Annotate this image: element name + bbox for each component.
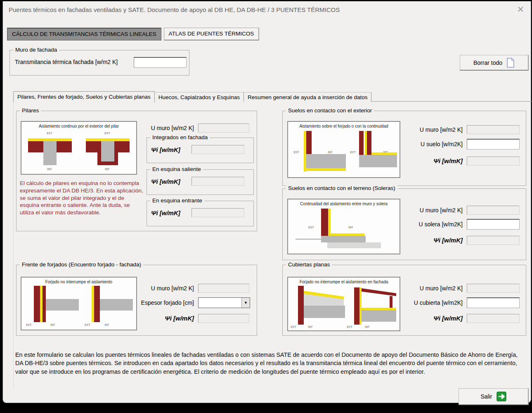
integrados-psi-output (192, 145, 244, 154)
svg-text:INT: INT (348, 226, 353, 229)
window-title: Puentes térmicos en fachadas ventiladas … (9, 6, 340, 13)
group-suelos-exterior: Suelos en contacto con el exterior Aisla… (282, 111, 526, 186)
frente-forjados-diagram-drawing: EXT INT EXT INT (21, 284, 136, 328)
group-soleras-legend: Suelos en contacto con el terreno (Soler… (286, 185, 397, 191)
svg-text:INT: INT (50, 323, 55, 326)
tab-atlas-puentes[interactable]: ATLAS DE PUENTES TÉRMICOS (164, 28, 260, 40)
u-solera-input[interactable] (467, 219, 520, 230)
cubiertas-u-muro-label: U muro [w/m2 K] (397, 285, 463, 292)
subgroup-saliente-legend: En esquina saliente (150, 166, 203, 172)
entrante-psi-label: Ψi [w/mK] (151, 209, 188, 216)
new-document-icon (506, 58, 515, 68)
pilares-u-muro-label: U muro [w/m2 K] (140, 125, 194, 131)
espesor-dropdown-button[interactable]: ▼ (241, 298, 250, 308)
pilares-diagram-title: Aislamiento continuo por el exterior del… (21, 122, 136, 128)
app-window: Puentes térmicos en fachadas ventiladas … (2, 1, 531, 403)
tab-pilares-forjados-suelos[interactable]: Pilares, Frentes de forjado, Suelos y Cu… (13, 91, 155, 102)
group-pilares-legend: Pilares (20, 107, 41, 114)
group-pilares: Pilares Aislamiento continuo por el exte… (16, 111, 257, 231)
svg-text:EXT: EXT (308, 226, 314, 229)
cubiertas-psi-output (467, 314, 520, 323)
svg-text:EXT: EXT (47, 132, 52, 135)
suelos-exterior-psi-output (467, 157, 520, 166)
tab-huecos-capialzados[interactable]: Huecos, Capialzados y Esquinas (155, 92, 244, 102)
svg-text:EXT: EXT (85, 323, 90, 326)
pilares-u-muro-output (198, 123, 249, 133)
pilares-diagram: Aislamiento continuo por el exterior del… (21, 121, 137, 175)
svg-text:EXT: EXT (104, 132, 110, 135)
espesor-forjado-value[interactable] (199, 298, 241, 308)
saliente-psi-output (192, 177, 244, 186)
salir-label: Salir (480, 393, 492, 400)
main-tab-bar: CÁLCULO DE TRANSMITANCIAS TÉRMICAS LINEA… (7, 28, 259, 40)
u-suelo-input[interactable] (467, 139, 520, 150)
svg-text:EXT: EXT (293, 151, 299, 154)
soleras-u-muro-label: U muro [w/m2 K] (397, 207, 463, 214)
soleras-diagram: Continuidad del aislamiento entre muro y… (287, 199, 400, 254)
salir-button[interactable]: Salir (459, 388, 529, 405)
borrar-todo-button[interactable]: Borrar todo (460, 55, 529, 71)
subgroup-integrados-legend: Integrados en fachada (150, 134, 210, 140)
u-cubierta-label: U cubierta [w/m2K] (397, 299, 463, 306)
frente-u-muro-output (198, 284, 249, 293)
suelos-exterior-u-muro-label: U muro [w/m2 K] (397, 126, 463, 133)
suelos-exterior-diagram-title: Aislamiento sobre el forjado o con la co… (288, 122, 400, 128)
saliente-psi-label: Ψi [w/mK] (151, 178, 188, 185)
group-cubiertas-planas: Cubiertas planas Forjado no interrumpe e… (282, 265, 526, 336)
transmitancia-fachada-label: Transmitancia térmica fachada [w/m2 K] (15, 59, 131, 65)
svg-text:INT: INT (365, 325, 370, 328)
u-solera-label: U solera [w/m2K] (397, 221, 463, 228)
u-suelo-label: U suelo [w/m2K] (397, 141, 463, 147)
svg-text:INT: INT (105, 168, 110, 171)
exit-arrow-icon (497, 392, 506, 401)
footer-help-text: En este formulario se calculan los puent… (15, 351, 525, 376)
subgroup-entrante-legend: En esquina entrante (150, 197, 204, 204)
svg-text:EXT: EXT (350, 151, 356, 154)
group-suelos-exterior-legend: Suelos en contacto con el exterior (286, 107, 374, 114)
entrante-psi-output (192, 208, 244, 217)
frente-u-muro-label: U muro [w/m2 K] (140, 285, 194, 292)
borrar-todo-label: Borrar todo (473, 59, 502, 66)
pilares-note: El cálculo de pilares en esquina no lo c… (20, 180, 144, 216)
frente-forjados-diagram: Forjado no interrumpe el aislamiento EXT… (21, 277, 137, 330)
transmitancia-fachada-input[interactable] (134, 57, 187, 68)
group-frente-forjados-legend: Frente de forjados (Encuentro forjado - … (20, 261, 143, 268)
u-cubierta-input[interactable] (467, 297, 520, 308)
svg-text:EXT: EXT (26, 323, 32, 326)
espesor-forjado-label: Espesor forjado [cm] (128, 299, 194, 306)
group-frente-forjados: Frente de forjados (Encuentro forjado - … (16, 265, 257, 336)
svg-text:INT: INT (308, 325, 313, 328)
suelos-exterior-u-muro-output (467, 125, 520, 134)
tab-resumen-ayuda[interactable]: Resumen general de ayuda a inserción de … (244, 92, 371, 102)
svg-text:EXT: EXT (291, 325, 296, 328)
suelos-exterior-diagram-drawing: EXT INT EXT INT (288, 128, 400, 176)
svg-text:INT: INT (104, 323, 109, 326)
cubiertas-psi-label: Ψi [w/mK] (397, 315, 463, 322)
suelos-exterior-psi-label: Ψi [w/mK] (397, 157, 463, 164)
espesor-forjado-combobox[interactable]: ▼ (198, 297, 250, 308)
frente-forjados-diagram-title: Forjado no interrumpe el aislamiento (21, 278, 136, 284)
pilares-diagram-drawing: EXT INT EXT INT (21, 128, 136, 172)
svg-text:INT: INT (328, 151, 333, 154)
frente-psi-output (198, 314, 249, 323)
soleras-psi-output (467, 236, 520, 245)
group-soleras: Suelos en contacto con el terreno (Soler… (282, 188, 526, 260)
group-cubiertas-legend: Cubiertas planas (286, 261, 332, 268)
soleras-psi-label: Ψi [w/mK] (397, 237, 463, 244)
subgroup-esquina-saliente: En esquina saliente Ψi [w/mK] (147, 169, 254, 195)
subgroup-esquina-entrante: En esquina entrante Ψi [w/mK] (147, 201, 254, 226)
soleras-diagram-drawing: EXT INT (288, 206, 400, 252)
subgroup-integrados-fachada: Integrados en fachada Ψi [w/mK] (147, 138, 254, 163)
title-bar: Puentes térmicos en fachadas ventiladas … (3, 1, 531, 19)
integrados-psi-label: Ψi [w/mK] (151, 146, 188, 153)
frente-psi-label: Ψi [w/mK] (140, 315, 194, 322)
group-muro-fachada: Muro de fachada Transmitancia térmica fa… (9, 50, 189, 76)
tab-calculo-transmitancias[interactable]: CÁLCULO DE TRANSMITANCIAS TÉRMICAS LINEA… (7, 28, 161, 40)
chevron-down-icon: ▼ (244, 301, 248, 305)
svg-text:INT: INT (47, 168, 52, 171)
soleras-u-muro-output (467, 206, 520, 215)
close-icon[interactable]: ✕ (517, 5, 524, 14)
page-tab-bar: Pilares, Frentes de forjado, Suelos y Cu… (13, 91, 371, 102)
soleras-diagram-title: Continuidad del aislamiento entre muro y… (288, 199, 400, 206)
cubiertas-u-muro-output (467, 284, 520, 293)
